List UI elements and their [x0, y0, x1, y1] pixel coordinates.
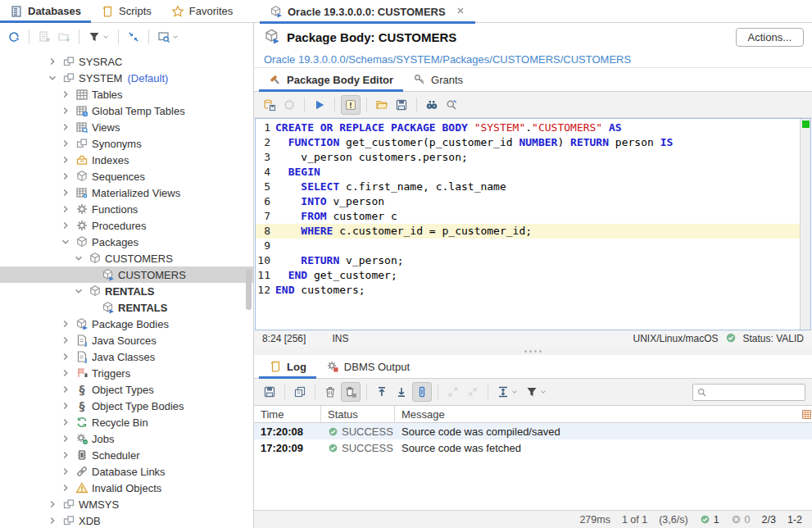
chevron-right-icon[interactable] — [59, 383, 72, 396]
scroll-to-bottom-button[interactable] — [392, 383, 411, 401]
tree-item-database-links[interactable]: Database Links — [0, 463, 253, 480]
tab-grants[interactable]: Grants — [403, 68, 473, 91]
actions-button[interactable]: Actions... — [736, 28, 804, 47]
code-line[interactable]: 12 END customers; — [256, 283, 800, 298]
tree-item-java-sources[interactable]: Java Sources — [0, 332, 253, 348]
chevron-down-icon[interactable] — [59, 235, 72, 248]
tail-mode-toggle[interactable] — [412, 382, 432, 402]
tab-favorites[interactable]: Favorites — [161, 0, 243, 22]
copy-button[interactable] — [291, 383, 309, 401]
chevron-down-icon[interactable] — [46, 71, 59, 84]
chevron-right-icon[interactable] — [59, 334, 72, 347]
close-icon[interactable] — [456, 6, 465, 18]
line-ending-format[interactable]: UNIX/Linux/macOS — [633, 333, 718, 344]
stop-button[interactable] — [280, 96, 298, 114]
clear-button[interactable] — [321, 383, 339, 401]
code-line[interactable]: 10 RETURN v_person; — [256, 253, 800, 268]
tab-dbms-output[interactable]: DBMS Output — [316, 355, 420, 378]
chevron-right-icon[interactable] — [59, 317, 72, 330]
chevron-right-icon[interactable] — [59, 366, 72, 380]
chevron-right-icon[interactable] — [59, 465, 72, 478]
tree-item-rentals-package-body[interactable]: RENTALS — [0, 299, 253, 316]
chevron-right-icon[interactable] — [59, 448, 72, 462]
chevron-right-icon[interactable] — [59, 104, 72, 117]
code-line[interactable]: 1 CREATE OR REPLACE PACKAGE BODY "SYSTEM… — [256, 121, 800, 135]
tree-item-tables[interactable]: Tables — [0, 86, 253, 102]
tree-item-jobs[interactable]: Jobs — [0, 430, 253, 447]
view-options-button[interactable] — [155, 28, 182, 46]
column-header-status[interactable]: Status — [321, 406, 395, 422]
chevron-right-icon[interactable] — [59, 219, 72, 232]
chevron-right-icon[interactable] — [59, 186, 72, 199]
code-editor[interactable]: 1 CREATE OR REPLACE PACKAGE BODY "SYSTEM… — [255, 118, 811, 330]
chevron-right-icon[interactable] — [59, 121, 72, 134]
save-log-button[interactable] — [261, 383, 279, 401]
panel-splitter[interactable] — [254, 347, 812, 355]
tree-item-functions[interactable]: Functions — [0, 201, 253, 217]
chevron-right-icon[interactable] — [46, 514, 59, 527]
expand-rows-button[interactable] — [444, 383, 462, 401]
tree-item-triggers[interactable]: Triggers — [0, 365, 253, 381]
chevron-right-icon[interactable] — [59, 170, 72, 183]
refresh-button[interactable] — [5, 28, 23, 46]
collapse-rows-button[interactable] — [464, 383, 482, 401]
find-button[interactable] — [423, 96, 441, 114]
tree-item-object-types[interactable]: Object Types — [0, 381, 253, 398]
code-line[interactable]: 11 END get_customer; — [256, 268, 800, 283]
clear-on-execute-toggle[interactable] — [341, 382, 361, 402]
tree-item-global-temp-tables[interactable]: Global Temp Tables — [0, 102, 253, 119]
add-object-button[interactable] — [35, 28, 53, 46]
annotation-rail[interactable] — [800, 119, 810, 330]
breadcrumb[interactable]: Oracle 19.3.0.0.0/Schemas/SYSTEM/Package… — [254, 51, 812, 68]
chevron-right-icon[interactable] — [46, 55, 59, 68]
code-line[interactable]: 2 FUNCTION get_customer(p_customer_id NU… — [256, 135, 800, 150]
tree-item-sequences[interactable]: Sequences — [0, 168, 253, 184]
tree-item-invalid-objects[interactable]: Invalid Objects — [0, 480, 253, 496]
chevron-right-icon[interactable] — [59, 399, 72, 412]
search-input[interactable] — [710, 386, 801, 398]
tree-item-object-type-bodies[interactable]: Object Type Bodies — [0, 398, 253, 414]
tree-item-packages[interactable]: Packages — [0, 234, 253, 250]
row-height-button[interactable] — [494, 383, 521, 401]
code-line[interactable]: 4 BEGIN — [256, 165, 800, 180]
column-header-message[interactable]: Message — [395, 406, 801, 422]
tree-item-wmsys[interactable]: WMSYS — [0, 496, 253, 512]
code-line[interactable]: 3 v_person customers.person; — [256, 150, 800, 165]
tab-databases[interactable]: Databases — [0, 0, 91, 22]
column-header-time[interactable]: Time — [254, 406, 321, 422]
tree-item-recycle-bin[interactable]: Recycle Bin — [0, 414, 253, 430]
execute-button[interactable] — [311, 96, 329, 114]
chevron-right-icon[interactable] — [59, 203, 72, 216]
tree-item-rentals-package[interactable]: RENTALS — [0, 283, 253, 299]
grid-corner-icon[interactable] — [801, 409, 812, 420]
chevron-right-icon[interactable] — [46, 498, 59, 511]
tree-item-views[interactable]: Views — [0, 119, 253, 135]
code-line[interactable]: 5 SELECT c.first_name, c.last_name — [256, 180, 800, 194]
chevron-right-icon[interactable] — [59, 416, 72, 429]
log-filter-button[interactable] — [523, 383, 550, 401]
code-area[interactable]: 1 CREATE OR REPLACE PACKAGE BODY "SYSTEM… — [256, 119, 800, 330]
tab-log[interactable]: Log — [259, 355, 316, 378]
open-file-button[interactable] — [373, 96, 391, 114]
chevron-right-icon[interactable] — [59, 137, 72, 150]
chevron-right-icon[interactable] — [59, 88, 72, 101]
show-errors-toggle[interactable] — [341, 95, 361, 115]
scroll-to-top-button[interactable] — [373, 383, 391, 401]
chevron-right-icon[interactable] — [59, 153, 72, 166]
tree-item-customers-package[interactable]: CUSTOMERS — [0, 250, 253, 266]
document-tab-oracle-customers[interactable]: Oracle 19.3.0.0.0: CUSTOMERS — [260, 0, 475, 23]
tree-item-java-classes[interactable]: Java Classes — [0, 348, 253, 365]
tree-item-materialized-views[interactable]: Materialized Views — [0, 184, 253, 201]
filter-button[interactable] — [85, 28, 112, 46]
code-line[interactable]: 8 WHERE c.customer_id = p_customer_id; — [256, 224, 800, 239]
tree-item-package-bodies[interactable]: Package Bodies — [0, 316, 253, 332]
collapse-all-button[interactable] — [125, 28, 143, 46]
add-folder-button[interactable] — [55, 28, 73, 46]
save-to-database-button[interactable] — [261, 96, 279, 114]
code-line[interactable]: 9 — [256, 239, 800, 253]
log-row[interactable]: 17:20:09 SUCCESS Source code was fetched — [254, 439, 812, 456]
save-file-button[interactable] — [392, 96, 411, 114]
tree-item-system[interactable]: SYSTEM (Default) — [0, 70, 253, 86]
code-line[interactable]: 6 INTO v_person — [256, 194, 800, 209]
tree-item-scheduler[interactable]: Scheduler — [0, 447, 253, 463]
